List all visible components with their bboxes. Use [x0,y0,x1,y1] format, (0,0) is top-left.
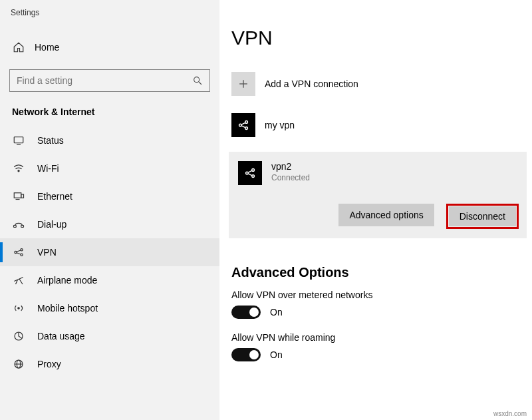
vpn-entry[interactable]: my vpn [231,108,524,142]
toggle-metered-block: Allow VPN over metered networks On [231,290,524,319]
sidebar-item-label: Ethernet [37,191,72,202]
plus-icon [231,72,255,96]
sidebar-item-label: Wi-Fi [37,163,59,174]
sidebar-item-hotspot[interactable]: Mobile hotspot [0,294,219,322]
sidebar-item-dialup[interactable]: Dial-up [0,210,219,238]
add-vpn-label: Add a VPN connection [265,79,358,89]
page-title: VPN [231,27,524,49]
svg-point-11 [21,249,23,251]
vpn-tile-icon [238,161,262,185]
sidebar-item-label: VPN [37,247,57,258]
sidebar-item-label: Airplane mode [37,275,97,286]
svg-point-10 [15,251,17,253]
status-icon [12,134,25,146]
vpn-selected-status: Connected [271,173,310,182]
toggle-metered-state: On [270,307,283,317]
svg-point-12 [21,254,23,256]
svg-point-27 [246,172,249,174]
window-title: Settings [0,0,219,23]
sidebar-item-ethernet[interactable]: Ethernet [0,182,219,210]
svg-rect-2 [14,137,23,143]
sidebar-item-label: Mobile hotspot [37,303,98,314]
svg-point-24 [245,127,248,130]
sidebar-item-airplane[interactable]: Airplane mode [0,266,219,294]
disconnect-button[interactable]: Disconnect [449,206,516,226]
datausage-icon [12,330,25,342]
svg-point-29 [252,175,255,178]
toggle-metered-label: Allow VPN over metered networks [231,290,524,300]
svg-point-0 [194,77,200,83]
vpn-selected-block: vpn2 Connected Advanced options Disconne… [229,152,527,238]
search-icon [192,75,203,86]
svg-line-14 [17,253,21,254]
sidebar-item-proxy[interactable]: Proxy [0,350,219,378]
sidebar-item-label: Dial-up [37,219,66,230]
svg-point-22 [239,124,242,126]
svg-line-30 [248,170,252,172]
svg-line-13 [17,250,21,252]
toggle-metered[interactable] [231,306,261,319]
sidebar-item-label: Status [37,135,64,146]
svg-point-15 [18,308,19,309]
svg-line-26 [241,126,245,128]
sidebar-item-wifi[interactable]: Wi-Fi [0,154,219,182]
toggle-roaming-label: Allow VPN while roaming [231,332,524,343]
sidebar-item-datausage[interactable]: Data usage [0,322,219,350]
toggle-roaming[interactable] [231,348,261,361]
sidebar-item-status[interactable]: Status [0,126,219,154]
search-box[interactable] [9,69,210,92]
toggle-roaming-block: Allow VPN while roaming On [231,332,524,361]
svg-rect-5 [14,193,21,198]
svg-point-28 [252,169,255,172]
sidebar-item-label: Data usage [37,331,85,341]
sidebar: Settings Home Network & Internet Status [0,0,219,420]
wifi-icon [12,162,25,174]
sidebar-nav: Status Wi-Fi Ethernet Dial-up [0,126,219,378]
vpn-selected-name: vpn2 [271,161,310,172]
advanced-options-button[interactable]: Advanced options [338,204,434,226]
dialup-icon [12,218,25,230]
svg-line-1 [199,82,201,85]
vpn-icon [12,246,25,258]
home-icon [12,41,25,53]
add-vpn-row[interactable]: Add a VPN connection [231,67,524,101]
sidebar-item-vpn[interactable]: VPN [0,238,219,266]
watermark: wsxdn.com [493,410,527,417]
disconnect-highlight: Disconnect [446,204,519,229]
sidebar-item-label: Proxy [37,359,61,369]
svg-rect-6 [21,194,24,198]
vpn-tile-icon [231,113,255,137]
airplane-icon [12,274,25,286]
proxy-icon [12,358,25,370]
vpn-entry-label: my vpn [265,120,295,130]
home-label: Home [35,42,59,53]
sidebar-section-title: Network & Internet [0,92,219,126]
svg-point-23 [245,121,248,124]
main-pane: VPN Add a VPN connection my vpn vpn2 Con… [219,0,532,420]
sidebar-home[interactable]: Home [0,35,219,60]
svg-point-4 [18,170,19,172]
svg-rect-9 [21,226,24,228]
toggle-roaming-state: On [270,349,283,360]
hotspot-icon [12,302,25,314]
svg-line-25 [241,122,245,124]
svg-line-31 [248,174,252,176]
ethernet-icon [12,190,25,202]
svg-rect-8 [14,226,17,228]
advanced-options-heading: Advanced Options [231,265,524,280]
search-input[interactable] [17,75,175,86]
